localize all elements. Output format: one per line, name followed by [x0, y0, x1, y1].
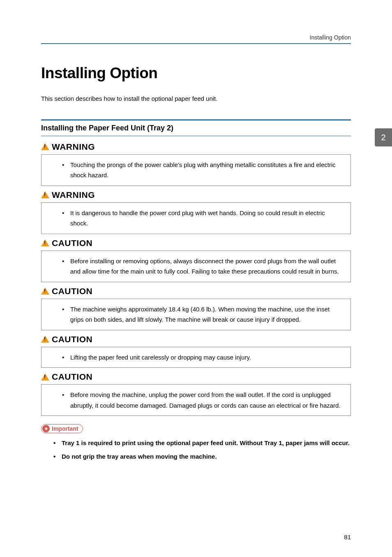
- important-item: Do not grip the tray areas when moving t…: [53, 451, 351, 463]
- caution-label: CAUTION: [41, 372, 351, 382]
- caution-box: Before installing or removing options, a…: [41, 251, 351, 282]
- caution-box: Lifting the paper feed unit carelessly o…: [41, 347, 351, 368]
- warning-label: WARNING: [41, 190, 351, 200]
- caution-label-text: CAUTION: [52, 238, 92, 248]
- important-label-text: Important: [52, 425, 78, 432]
- warning-box: Touching the prongs of the power cable's…: [41, 154, 351, 186]
- warning-label-text: WARNING: [52, 142, 95, 152]
- intro-text: This section describes how to install th…: [41, 94, 351, 104]
- caution-label-text: CAUTION: [52, 372, 92, 382]
- caution-label-text: CAUTION: [52, 286, 92, 296]
- caution-item: Before moving the machine, unplug the po…: [62, 390, 343, 411]
- important-label: ★ Important: [41, 424, 83, 433]
- caution-item: Before installing or removing options, a…: [62, 256, 343, 277]
- caution-item: Lifting the paper feed unit carelessly o…: [62, 352, 343, 363]
- caution-label-text: CAUTION: [52, 334, 92, 344]
- warning-triangle-icon: [41, 191, 49, 198]
- caution-label: CAUTION: [41, 334, 351, 344]
- warning-item: It is dangerous to handle the power cord…: [62, 208, 343, 229]
- caution-triangle-icon: [41, 288, 49, 295]
- section-heading: Installing the Paper Feed Unit (Tray 2): [41, 119, 351, 136]
- page: Installing Option 2 Installing Option Th…: [0, 0, 392, 557]
- important-list: Tray 1 is required to print using the op…: [41, 437, 351, 462]
- caution-triangle-icon: [41, 374, 49, 381]
- warning-label: WARNING: [41, 142, 351, 152]
- star-icon: ★: [42, 425, 50, 432]
- warning-triangle-icon: [41, 143, 49, 150]
- section-number-tab: 2: [375, 128, 392, 146]
- important-item: Tray 1 is required to print using the op…: [53, 437, 351, 449]
- caution-label: CAUTION: [41, 238, 351, 248]
- caution-triangle-icon: [41, 336, 49, 343]
- warning-box: It is dangerous to handle the power cord…: [41, 202, 351, 234]
- caution-label: CAUTION: [41, 286, 351, 296]
- caution-triangle-icon: [41, 239, 49, 246]
- caution-box: Before moving the machine, unplug the po…: [41, 384, 351, 416]
- page-title: Installing Option: [41, 65, 351, 82]
- warning-item: Touching the prongs of the power cable's…: [62, 160, 343, 181]
- warning-label-text: WARNING: [52, 190, 95, 200]
- page-number: 81: [344, 534, 351, 541]
- caution-box: The machine weighs approximately 18.4 kg…: [41, 299, 351, 330]
- caution-item: The machine weighs approximately 18.4 kg…: [62, 304, 343, 325]
- running-header: Installing Option: [41, 34, 351, 44]
